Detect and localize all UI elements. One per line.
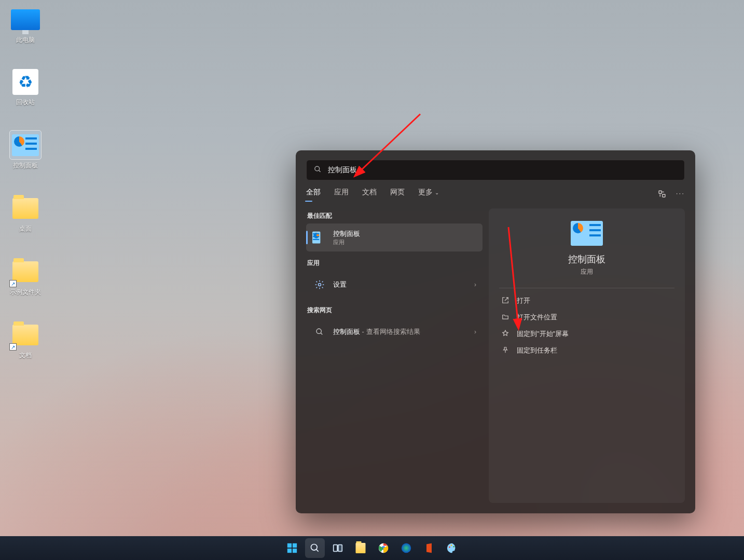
search-results-list: 最佳匹配 控制面板 应用 应用 设置 › 搜索网页 — [306, 208, 483, 503]
svg-point-23 — [451, 544, 452, 546]
chevron-right-icon: › — [474, 281, 476, 288]
section-web: 搜索网页 — [307, 306, 483, 315]
pin-icon — [501, 330, 509, 339]
office-button[interactable] — [419, 538, 439, 558]
desktop-icon-label: 示例文件夹 — [10, 288, 41, 297]
desktop-icon-label: 桌面 — [19, 225, 32, 233]
desktop-icon-label: 回收站 — [16, 98, 35, 107]
search-input[interactable] — [328, 166, 677, 174]
search-box[interactable] — [306, 160, 685, 180]
action-label: 固定到任务栏 — [517, 346, 557, 355]
folder-icon — [501, 313, 509, 322]
tab-all[interactable]: 全部 — [306, 188, 321, 201]
action-open-location[interactable]: 打开文件位置 — [499, 309, 674, 326]
result-control-panel[interactable]: 控制面板 应用 — [306, 223, 483, 251]
result-web-search[interactable]: 控制面板 - 查看网络搜索结果 › — [306, 318, 483, 346]
tab-web[interactable]: 网页 — [390, 188, 405, 201]
preview-title: 控制面板 — [499, 253, 674, 265]
tab-apps[interactable]: 应用 — [334, 188, 349, 201]
divider — [499, 288, 674, 288]
preview-subtitle: 应用 — [499, 268, 674, 276]
desktop-icon-demo-folder[interactable]: ↗ 示例文件夹 — [2, 257, 49, 297]
desktop-icon-label: 此电脑 — [16, 36, 35, 45]
chevron-down-icon: ⌄ — [435, 190, 439, 195]
action-label: 打开 — [517, 296, 530, 305]
svg-rect-5 — [662, 194, 665, 197]
desktop-icon-docs-folder[interactable]: ↗ 文档 — [2, 320, 49, 360]
desktop-icon-this-pc[interactable]: 此电脑 — [2, 5, 49, 45]
shortcut-overlay-icon: ↗ — [9, 280, 17, 287]
svg-line-16 — [316, 550, 319, 552]
svg-point-2 — [315, 166, 320, 171]
search-flyout: 全部 应用 文档 网页 更多 ⌄ ··· 最佳匹配 控制面板 应用 — [296, 150, 695, 513]
taskbar — [0, 536, 744, 560]
svg-point-9 — [316, 329, 321, 333]
result-title: 控制面板 - 查看网络搜索结果 — [333, 327, 420, 337]
gear-icon — [312, 277, 327, 292]
chrome-button[interactable] — [374, 538, 393, 558]
result-title: 控制面板 — [333, 229, 360, 239]
edge-button[interactable] — [396, 538, 416, 558]
svg-point-8 — [319, 284, 321, 286]
shortcut-overlay-icon: ↗ — [9, 343, 17, 351]
desktop-icon-desktop-folder[interactable]: 桌面 — [2, 194, 49, 233]
search-icon — [312, 325, 327, 339]
svg-rect-11 — [287, 543, 292, 548]
desktop[interactable]: 此电脑 ♻ 回收站 控制面板 桌面 ↗ 示例文件夹 ↗ 文档 — [0, 0, 744, 560]
taskview-button[interactable] — [328, 538, 348, 558]
action-pin-taskbar[interactable]: 固定到任务栏 — [499, 342, 674, 359]
svg-rect-18 — [338, 545, 342, 552]
svg-rect-17 — [334, 545, 337, 552]
result-subtitle: 应用 — [333, 239, 360, 246]
action-open[interactable]: 打开 — [499, 292, 674, 309]
svg-point-21 — [402, 543, 411, 553]
explorer-button[interactable] — [351, 538, 370, 558]
account-icon[interactable] — [657, 189, 667, 200]
svg-rect-14 — [293, 549, 297, 553]
svg-line-3 — [319, 170, 320, 172]
section-apps: 应用 — [307, 259, 483, 268]
tab-more[interactable]: 更多 ⌄ — [418, 188, 439, 201]
svg-line-10 — [321, 333, 322, 334]
section-best-match: 最佳匹配 — [307, 212, 483, 220]
svg-point-15 — [311, 544, 318, 551]
start-button[interactable] — [282, 538, 302, 558]
desktop-icon-label: 控制面板 — [13, 161, 38, 170]
pin-icon — [501, 346, 509, 355]
svg-rect-4 — [659, 191, 662, 193]
result-title: 设置 — [333, 280, 347, 289]
result-settings[interactable]: 设置 › — [306, 271, 483, 299]
search-preview-pane: 控制面板 应用 打开 打开文件位置 — [489, 208, 685, 503]
search-button[interactable] — [305, 538, 325, 558]
chevron-right-icon: › — [474, 328, 476, 335]
action-label: 固定到"开始"屏幕 — [517, 329, 569, 339]
svg-rect-13 — [287, 549, 292, 553]
svg-point-22 — [449, 547, 450, 548]
desktop-icon-recycle-bin[interactable]: ♻ 回收站 — [2, 67, 49, 107]
search-tabs: 全部 应用 文档 网页 更多 ⌄ ··· — [306, 188, 685, 201]
desktop-icon-control-panel[interactable]: 控制面板 — [2, 131, 49, 170]
action-label: 打开文件位置 — [517, 313, 557, 322]
more-options-icon[interactable]: ··· — [676, 189, 685, 200]
search-icon — [314, 165, 322, 175]
tab-docs[interactable]: 文档 — [362, 188, 377, 201]
svg-point-24 — [453, 546, 454, 548]
action-pin-start[interactable]: 固定到"开始"屏幕 — [499, 326, 674, 342]
desktop-icon-label: 文档 — [19, 351, 32, 360]
paint-button[interactable] — [442, 538, 462, 558]
open-icon — [501, 297, 509, 305]
svg-rect-12 — [293, 543, 297, 548]
